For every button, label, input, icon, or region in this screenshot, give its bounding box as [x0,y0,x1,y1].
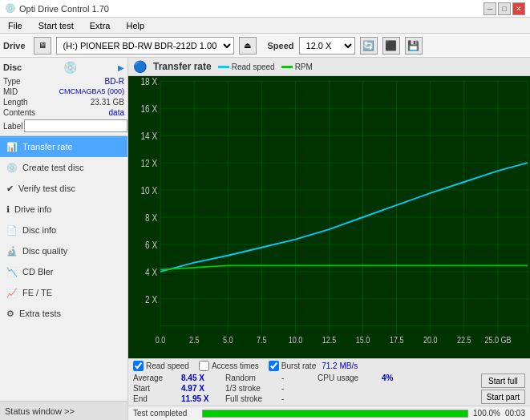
progress-percent: 100.0% [473,409,500,418]
progress-bar-container [202,410,468,418]
type-value: BD-R [105,77,124,86]
checkbox-read-speed: Read speed [133,361,189,371]
extra-tests-label: Extra tests [19,309,61,318]
status-text: Test completed [133,409,197,418]
menu-help[interactable]: Help [121,19,149,32]
svg-text:10 X: 10 X [140,185,157,196]
svg-text:5.0: 5.0 [223,335,233,345]
titlebar-left: 💿 Opti Drive Control 1.70 [5,3,109,14]
chart-svg: 18 X 16 X 14 X 12 X 10 X 8 X 6 X 4 X 2 X… [128,76,530,358]
app-icon: 💿 [5,3,16,14]
legend-read-speed-color [218,66,229,68]
legend-rpm-label: RPM [295,63,313,71]
sidebar: Disc 💿 ▶ Type BD-R MID CMCMAGBA5 (000) L… [0,58,128,420]
contents-label: Contents [3,108,35,117]
verify-test-disc-icon: ✔ [6,184,14,194]
maximize-button[interactable]: □ [498,2,511,15]
svg-text:10.0: 10.0 [289,335,303,345]
disc-icon: 💿 [63,61,77,74]
read-speed-checkbox[interactable] [133,361,144,371]
fe-te-icon: 📈 [6,288,18,298]
type-label: Type [3,77,21,86]
menu-start-test[interactable]: Start test [34,19,79,32]
stroke-1-3-value: - [281,384,318,393]
mid-label: MID [3,87,18,96]
start-full-button[interactable]: Start full [481,374,525,388]
fe-te-label: FE / TE [22,288,52,297]
main-area: Disc 💿 ▶ Type BD-R MID CMCMAGBA5 (000) L… [0,58,530,420]
titlebar: 💿 Opti Drive Control 1.70 ─ □ ✕ [0,0,530,18]
checkbox-access-times: Access times [199,361,259,371]
legend-rpm-color [281,66,293,68]
nav-drive-info[interactable]: ℹ Drive info [0,199,127,220]
svg-text:22.5: 22.5 [457,335,471,345]
status-window-button[interactable]: Status window >> [0,401,127,420]
nav-items: 📊 Transfer rate 💿 Create test disc ✔ Ver… [0,136,127,401]
start-part-button[interactable]: Start part [481,390,525,404]
chart-title: Transfer rate [153,61,212,72]
drive-select[interactable]: (H:) PIONEER BD-RW BDR-212D 1.00 [56,37,234,55]
drive-info-label: Drive info [14,204,51,214]
verify-test-disc-label: Verify test disc [18,184,75,193]
speed-select[interactable]: 12.0 X [299,37,355,55]
disc-section-title: Disc [3,63,22,72]
extra-tests-icon: ⚙ [6,309,14,319]
cpu-label: CPU usage [318,374,382,382]
random-label: Random [225,374,281,382]
access-times-checkbox[interactable] [199,361,209,371]
burst-rate-checkbox[interactable] [269,361,279,371]
svg-text:18 X: 18 X [140,76,157,87]
mid-value: CMCMAGBA5 (000) [59,87,124,96]
nav-create-test-disc[interactable]: 💿 Create test disc [0,157,127,178]
end-label: End [133,394,181,403]
drive-label: Drive [3,41,26,50]
cd-bler-label: CD Bler [22,267,54,277]
eject-button[interactable]: ⏏ [239,37,257,55]
disc-panel: Disc 💿 ▶ Type BD-R MID CMCMAGBA5 (000) L… [0,58,127,136]
disc-quality-label: Disc quality [22,246,67,256]
end-value: 11.95 X [181,394,225,403]
chart-header-icon: 🔵 [133,60,147,73]
svg-text:12.5: 12.5 [322,335,337,345]
access-times-checkbox-label: Access times [212,361,259,370]
nav-disc-info[interactable]: 📄 Disc info [0,220,127,240]
bottom-bar: Test completed 100.0% 00:03 [128,406,530,420]
start-value: 4.97 X [181,384,225,393]
nav-extra-tests[interactable]: ⚙ Extra tests [0,303,127,324]
transfer-rate-icon: 📊 [6,142,18,152]
start-label: Start [133,384,181,393]
nav-verify-test-disc[interactable]: ✔ Verify test disc [0,178,127,199]
menu-file[interactable]: File [3,19,27,32]
refresh-button[interactable]: 🔄 [360,37,378,55]
average-value: 8.45 X [181,374,225,382]
drive-info-icon: ℹ [6,204,10,215]
label-input[interactable] [24,119,127,132]
average-label: Average [133,374,181,382]
burst-rate-checkbox-label: Burst rate [281,361,316,370]
svg-text:4 X: 4 X [145,267,157,277]
nav-cd-bler[interactable]: 📉 CD Bler [0,261,127,282]
length-label: Length [3,98,28,107]
read-speed-checkbox-label: Read speed [146,361,189,370]
contents-value: data [109,108,124,117]
elapsed-time: 00:03 [505,409,525,418]
close-button[interactable]: ✕ [512,2,525,15]
disc-arrow: ▶ [118,63,124,72]
svg-text:15.0: 15.0 [356,335,370,345]
progress-bar-fill [203,410,467,417]
create-test-disc-label: Create test disc [22,163,83,172]
nav-fe-te[interactable]: 📈 FE / TE [0,282,127,303]
svg-text:6 X: 6 X [145,240,157,250]
cd-bler-icon: 📉 [6,267,18,277]
save-button[interactable]: 💾 [405,37,423,55]
content-area: 🔵 Transfer rate Read speed RPM [128,58,530,420]
menu-extra[interactable]: Extra [85,19,115,32]
menubar: File Start test Extra Help [0,18,530,34]
disc-info-icon: 📄 [6,225,18,236]
minimize-button[interactable]: ─ [483,2,496,15]
nav-disc-quality[interactable]: 🔬 Disc quality [0,240,127,261]
nav-transfer-rate[interactable]: 📊 Transfer rate [0,136,127,157]
burst-rate-value: 71.2 MB/s [322,361,358,370]
disc-button[interactable]: ⬛ [382,37,400,55]
drivebar: Drive 🖥 (H:) PIONEER BD-RW BDR-212D 1.00… [0,34,530,58]
